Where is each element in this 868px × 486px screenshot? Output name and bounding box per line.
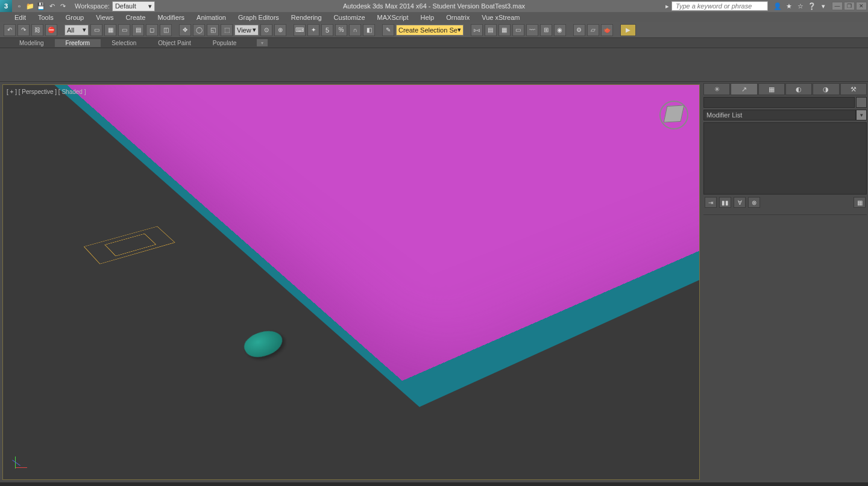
curve-editor-button[interactable]: 〰 — [526, 24, 538, 36]
workspace-dropdown[interactable]: Default ▾ — [112, 1, 155, 11]
help-icon[interactable]: ❔ — [807, 1, 817, 11]
align-button[interactable]: ▤ — [485, 24, 497, 36]
modify-tab[interactable]: ↗ — [731, 83, 757, 95]
manipulate-button[interactable]: ⊕ — [274, 24, 286, 36]
coord-system-dropdown[interactable]: View▾ — [234, 25, 259, 36]
move-button[interactable]: ✥ — [179, 24, 191, 36]
object-color-swatch[interactable] — [856, 97, 867, 108]
redo-icon[interactable]: ↷ — [58, 1, 68, 11]
favorite-icon[interactable]: ☆ — [796, 1, 805, 11]
render-setup-button[interactable]: ⚙ — [573, 24, 585, 36]
scale-button[interactable]: ◱ — [207, 24, 219, 36]
select-by-name-button[interactable]: ▤ — [132, 24, 144, 36]
axis-x-icon — [15, 467, 27, 468]
axis-z-icon — [12, 460, 20, 466]
select-crossing-button[interactable]: ▦ — [104, 24, 116, 36]
open-file-icon[interactable]: 📁 — [25, 1, 35, 11]
tab-selection[interactable]: Selection — [101, 39, 147, 47]
motion-tab[interactable]: ◐ — [785, 83, 812, 95]
minimize-button[interactable]: — — [832, 2, 843, 10]
tab-modeling[interactable]: Modeling — [8, 39, 55, 47]
use-pivot-button[interactable]: ⊙ — [260, 24, 272, 36]
create-tab[interactable]: ✳ — [703, 83, 730, 95]
viewcube[interactable] — [659, 101, 688, 129]
rendered-frame-button[interactable]: ▱ — [587, 24, 599, 36]
spinner-snap-button[interactable]: ∩ — [349, 24, 361, 36]
configure-sets-button[interactable]: ▦ — [854, 197, 866, 208]
modifier-list-dropdown[interactable]: ▾ — [856, 110, 867, 120]
viewport-label[interactable]: [ + ] [ Perspective ] [ Shaded ] — [7, 89, 86, 95]
toggle-ribbon-button[interactable]: ▭ — [512, 24, 524, 36]
menu-views[interactable]: Views — [90, 13, 119, 22]
menu-graph-editors[interactable]: Graph Editors — [232, 13, 285, 22]
object-name-input[interactable] — [703, 97, 855, 108]
menu-vue-xstream[interactable]: Vue xStream — [476, 13, 526, 22]
chevron-down-icon: ▾ — [253, 26, 256, 34]
tool-icon[interactable]: ★ — [784, 1, 794, 11]
command-panel: ✳ ↗ ▦ ◐ ◑ ⚒ Modifier List ▾ ⇥ ▮▮ ∀ ⊗ ▦ — [702, 82, 868, 482]
menu-modifiers[interactable]: Modifiers — [151, 13, 190, 22]
menu-edit[interactable]: Edit — [8, 13, 32, 22]
undo-button[interactable]: ↶ — [4, 24, 16, 36]
unlink-button[interactable]: ⛔ — [45, 24, 57, 36]
remove-modifier-button[interactable]: ⊗ — [748, 197, 760, 208]
search-caret-icon[interactable]: ▸ — [665, 2, 669, 10]
save-file-icon[interactable]: 💾 — [36, 1, 46, 11]
menu-ornatrix[interactable]: Ornatrix — [440, 13, 476, 22]
named-selection-dropdown[interactable]: Create Selection Se▾ — [396, 25, 464, 36]
mirror-button[interactable]: ▹◃ — [471, 24, 483, 36]
menu-maxscript[interactable]: MAXScript — [371, 13, 415, 22]
menu-group[interactable]: Group — [60, 13, 90, 22]
link-button[interactable]: ⛓ — [31, 24, 43, 36]
material-editor-button[interactable]: ◉ — [554, 24, 566, 36]
tab-freeform[interactable]: Freeform — [55, 39, 101, 47]
axis-tripod — [10, 454, 28, 472]
display-tab[interactable]: ◑ — [813, 83, 839, 95]
snap-toggle-button[interactable]: ✦ — [307, 24, 319, 36]
selection-filter-dropdown[interactable]: All▾ — [64, 25, 89, 36]
keyboard-shortcut-button[interactable]: ⌨ — [294, 24, 306, 36]
panel-divider — [703, 211, 867, 215]
utilities-tab[interactable]: ⚒ — [840, 83, 867, 95]
redo-button[interactable]: ↷ — [17, 24, 30, 36]
render-production-button[interactable]: 🫖 — [601, 24, 613, 36]
render-button[interactable]: ▶ — [620, 24, 636, 36]
search-input[interactable] — [671, 1, 768, 11]
close-button[interactable]: ✕ — [856, 2, 867, 10]
undo-icon[interactable]: ↶ — [47, 1, 57, 11]
axis-constraints-button[interactable]: ◧ — [363, 24, 375, 36]
angle-snap-button[interactable]: 5 — [321, 24, 333, 36]
menu-rendering[interactable]: Rendering — [285, 13, 328, 22]
chevron-down-icon[interactable]: ▾ — [819, 1, 828, 11]
hierarchy-tab[interactable]: ▦ — [758, 83, 785, 95]
menu-customize[interactable]: Customize — [328, 13, 371, 22]
pin-stack-button[interactable]: ⇥ — [705, 197, 717, 208]
make-unique-button[interactable]: ∀ — [734, 197, 746, 208]
schematic-view-button[interactable]: ⊞ — [540, 24, 552, 36]
ribbon-expand-button[interactable]: ▾ — [257, 39, 268, 46]
signin-icon[interactable]: 👤 — [773, 1, 782, 11]
viewport[interactable]: [ + ] [ Perspective ] [ Shaded ] — [2, 84, 700, 480]
tab-object-paint[interactable]: Object Paint — [147, 39, 201, 47]
status-bar — [0, 482, 868, 486]
new-file-icon[interactable]: ▫ — [14, 1, 24, 11]
restore-button[interactable]: ❐ — [844, 2, 855, 10]
paint-select-button[interactable]: ◫ — [160, 24, 172, 36]
percent-snap-button[interactable]: % — [335, 24, 347, 36]
select-window-button[interactable]: ▭ — [90, 24, 102, 36]
menu-help[interactable]: Help — [415, 13, 441, 22]
chevron-down-icon: ▾ — [458, 26, 461, 34]
menu-animation[interactable]: Animation — [190, 13, 232, 22]
rotate-button[interactable]: ◯ — [193, 24, 205, 36]
show-end-result-button[interactable]: ▮▮ — [719, 197, 731, 208]
select-object-button[interactable]: ▭ — [118, 24, 130, 36]
menu-tools[interactable]: Tools — [32, 13, 60, 22]
select-rect-button[interactable]: ◻ — [146, 24, 158, 36]
modifier-stack[interactable] — [703, 122, 867, 195]
menu-create[interactable]: Create — [119, 13, 151, 22]
edit-named-selection-button[interactable]: ✎ — [382, 24, 394, 36]
placement-button[interactable]: ⬚ — [221, 24, 233, 36]
layers-button[interactable]: ▦ — [498, 24, 511, 36]
tab-populate[interactable]: Populate — [202, 39, 247, 47]
modifier-list-label: Modifier List — [703, 110, 856, 120]
